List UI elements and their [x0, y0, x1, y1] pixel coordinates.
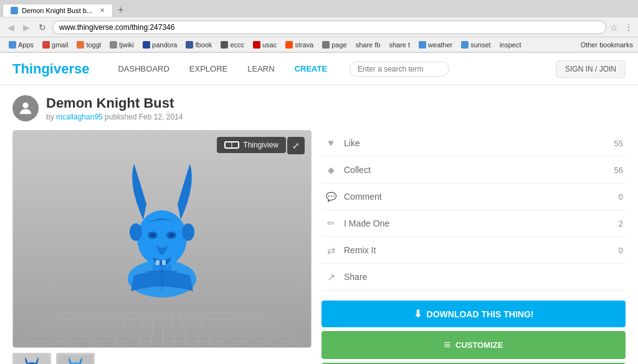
other-bookmarks[interactable]: Other bookmarks — [581, 41, 633, 49]
bookmark-usac[interactable]: usac — [249, 40, 280, 49]
weather-icon — [419, 41, 426, 49]
main-image-viewer[interactable]: Thingiview ⤢ — [12, 130, 312, 348]
svg-point-6 — [150, 233, 155, 237]
vr-icon — [224, 141, 239, 149]
action-collect[interactable]: Collect 56 — [321, 157, 626, 184]
action-made-one[interactable]: I Made One 2 — [321, 210, 626, 237]
collect-icon — [324, 163, 338, 177]
bookmark-strava[interactable]: strava — [282, 40, 317, 49]
bookmark-gmail[interactable]: gmail — [39, 40, 72, 49]
made-icon — [324, 217, 338, 230]
bookmark-share-fb[interactable]: share fb — [352, 40, 384, 49]
action-comment[interactable]: Comment 0 — [321, 184, 626, 210]
collect-label: Collect — [344, 165, 614, 175]
download-icon — [414, 308, 422, 320]
bookmark-pandora[interactable]: pandora — [139, 40, 181, 49]
thumb-1-img — [14, 355, 49, 364]
thumbnail-1[interactable] — [12, 353, 51, 364]
bookmark-fbook[interactable]: fbook — [182, 40, 216, 49]
demon-model-svg — [100, 130, 224, 310]
share-icon — [324, 270, 338, 284]
action-remix[interactable]: Remix It 0 — [321, 237, 626, 264]
action-share[interactable]: Share — [321, 264, 626, 291]
image-section: Thingiview ⤢ — [12, 130, 312, 364]
svg-rect-8 — [156, 260, 160, 265]
bookmark-inspect[interactable]: inspect — [496, 40, 525, 49]
sunset-icon — [461, 41, 469, 49]
collect-count: 56 — [614, 166, 623, 175]
action-like[interactable]: Like 55 — [321, 130, 626, 157]
remix-count: 0 — [619, 246, 623, 255]
made-label: I Made One — [344, 218, 619, 228]
tjwiki-icon — [110, 41, 117, 49]
bookmark-eccc[interactable]: eccc — [217, 40, 248, 49]
tab-favicon — [11, 7, 18, 14]
reload-btn[interactable]: ↻ — [36, 21, 49, 34]
thing-header: Demon Knight Bust by mcallaghan95 publis… — [12, 95, 626, 121]
nav-dashboard[interactable]: DASHBOARD — [108, 53, 179, 85]
usac-icon — [253, 41, 260, 49]
thumbnail-2[interactable] — [56, 353, 95, 364]
new-tab-btn[interactable]: + — [115, 4, 126, 16]
active-tab[interactable]: Demon Knight Bust b... ✕ — [2, 4, 113, 17]
bookmark-tjwiki[interactable]: tjwiki — [106, 40, 138, 49]
customize-button[interactable]: CUSTOMIZE — [321, 331, 626, 359]
expand-btn[interactable]: ⤢ — [287, 137, 305, 154]
nav-create[interactable]: CREATE — [285, 53, 337, 85]
bookmark-page[interactable]: page — [318, 40, 350, 49]
site-header: Thingiverse DASHBOARD EXPLORE LEARN CREA… — [0, 53, 638, 85]
bookmark-weather[interactable]: weather — [415, 40, 456, 49]
download-label: DOWNLOAD THIS THING! — [427, 309, 534, 319]
action-list: Like 55 Collect 56 Comment 0 I Made One — [321, 130, 626, 291]
comment-icon — [324, 190, 338, 203]
svg-rect-9 — [162, 260, 166, 265]
eccc-icon — [221, 41, 228, 49]
apps-icon — [9, 41, 16, 49]
author-link[interactable]: mcallaghan95 — [56, 113, 103, 121]
thingiview-label: Thingiview — [243, 141, 279, 149]
thing-title-block: Demon Knight Bust by mcallaghan95 publis… — [46, 95, 183, 121]
comment-count: 0 — [619, 192, 623, 202]
heart-icon — [324, 136, 338, 150]
bookmark-share-t[interactable]: share t — [385, 40, 414, 49]
search-input[interactable] — [350, 62, 449, 77]
main-nav: DASHBOARD EXPLORE LEARN CREATE — [108, 53, 337, 85]
thing-meta: by mcallaghan95 published Feb 12, 2014 — [46, 113, 183, 121]
browser-chrome: Demon Knight Bust b... ✕ + ◀ ▶ ↻ ☆ ⋮ App… — [0, 0, 638, 53]
page-icon — [322, 41, 330, 49]
gmail-icon — [42, 41, 50, 49]
svg-point-0 — [22, 103, 28, 108]
url-input[interactable] — [52, 21, 606, 34]
signin-button[interactable]: SIGN IN / JOIN — [556, 60, 626, 78]
remix-label: Remix It — [344, 245, 619, 255]
forward-btn[interactable]: ▶ — [21, 21, 32, 34]
model-background — [13, 131, 311, 347]
nav-explore[interactable]: EXPLORE — [179, 53, 237, 85]
thumb-2-img — [58, 355, 93, 364]
download-button[interactable]: DOWNLOAD THIS THING! — [321, 301, 626, 327]
grid-floor — [13, 313, 311, 347]
back-btn[interactable]: ◀ — [5, 21, 17, 34]
thingiview-btn[interactable]: Thingiview — [217, 137, 286, 153]
right-sidebar: Like 55 Collect 56 Comment 0 I Made One — [321, 130, 626, 364]
page-content: Demon Knight Bust by mcallaghan95 publis… — [0, 85, 638, 364]
thumbnails — [12, 353, 312, 364]
pandora-icon — [143, 41, 150, 49]
bookmark-toggl[interactable]: toggl — [73, 40, 105, 49]
like-count: 55 — [614, 139, 623, 148]
toggl-icon — [77, 41, 84, 49]
bookmark-sunset[interactable]: sunset — [457, 40, 494, 49]
remix-icon — [324, 243, 338, 257]
main-layout: Thingiview ⤢ — [12, 130, 626, 364]
tab-title: Demon Knight Bust b... — [22, 7, 92, 14]
bookmark-apps[interactable]: Apps — [5, 40, 37, 49]
comment-label: Comment — [344, 192, 619, 202]
nav-learn[interactable]: LEARN — [237, 53, 284, 85]
svg-point-11 — [182, 223, 194, 241]
tab-close-btn[interactable]: ✕ — [100, 7, 105, 14]
tab-bar: Demon Knight Bust b... ✕ + — [0, 0, 638, 17]
avatar-icon — [17, 100, 34, 117]
bookmark-star-btn[interactable]: ☆ — [610, 22, 618, 32]
browser-menu-btn[interactable]: ⋮ — [624, 22, 633, 32]
site-logo[interactable]: Thingiverse — [12, 61, 89, 77]
